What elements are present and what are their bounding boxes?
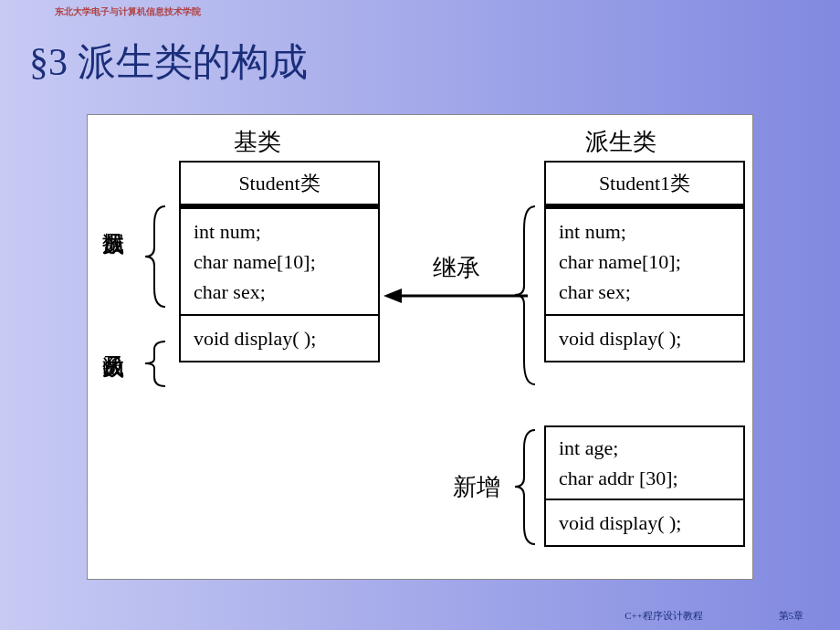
diagram-container: 基类 派生类 Student类 int num; char name[10]; … (87, 114, 753, 580)
derived-inherited-methods: void display( ); (546, 314, 743, 361)
derived-class-box-inherited: Student1类 int num; char name[10]; char s… (544, 161, 745, 362)
base-class-box: Student类 int num; char name[10]; char se… (179, 161, 380, 362)
derived-class-box-new: int age; char addr [30]; void display( )… (544, 425, 745, 547)
footer-chapter: 第5章 (779, 609, 804, 623)
derived-class-name: Student1类 (546, 163, 743, 204)
base-class-label: 基类 (234, 126, 281, 158)
base-class-name: Student类 (181, 163, 378, 204)
brace-icon (508, 425, 544, 549)
svg-marker-1 (383, 289, 402, 303)
new-label: 新增 (453, 471, 500, 503)
base-data-members: int num; char name[10]; char sex; (181, 207, 378, 314)
base-methods: void display( ); (181, 314, 378, 361)
derived-new-methods: void display( ); (546, 499, 743, 545)
footer-course: C++程序设计教程 (625, 609, 703, 623)
derived-inherited-data: int num; char name[10]; char sex; (546, 207, 743, 314)
brace-icon (138, 202, 174, 311)
brace-icon (508, 202, 544, 389)
derived-new-data: int age; char addr [30]; (546, 427, 743, 499)
inherit-label: 继承 (433, 252, 480, 284)
header-text: 东北大学电子与计算机信息技术学院 (55, 5, 201, 18)
brace-icon (138, 339, 174, 389)
derived-class-label: 派生类 (585, 126, 656, 158)
slide-title: §3 派生类的构成 (29, 37, 308, 88)
